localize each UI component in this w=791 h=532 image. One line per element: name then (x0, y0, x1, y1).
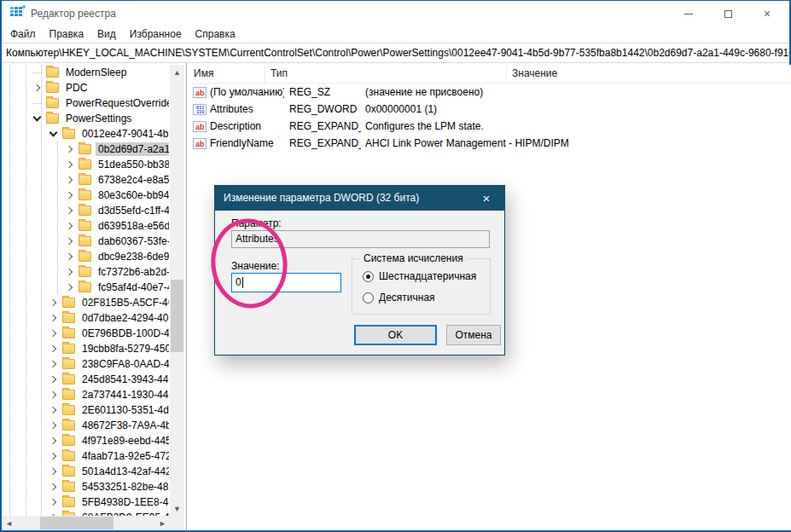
expander-icon[interactable] (65, 144, 75, 154)
column-header[interactable]: Тип (265, 65, 507, 83)
expander-icon[interactable] (32, 83, 43, 93)
scroll-down-icon[interactable]: ▼ (170, 501, 184, 516)
expander-icon[interactable] (49, 390, 59, 400)
tree-item[interactable]: 4f971e89-eebd-4455- (2, 433, 169, 448)
tree-item[interactable]: ModernSleep (2, 65, 169, 80)
expander-icon[interactable] (49, 374, 59, 385)
tree-item[interactable]: dab60367-53fe-4f (2, 234, 169, 249)
tree-item[interactable]: fc95af4d-40e7-4b (2, 280, 169, 295)
registry-value-row[interactable]: FriendlyName REG_EXPAND_SZ AHCI Link Pow… (189, 135, 791, 152)
menu-item[interactable]: Файл (3, 26, 43, 43)
tree-item[interactable]: PowerSettings (2, 111, 169, 126)
tree-item-label: 02F815B5-A5CF-4C8 (79, 296, 169, 309)
expander-icon[interactable] (49, 482, 59, 492)
expander-icon[interactable] (49, 344, 59, 354)
maximize-button[interactable] (708, 1, 747, 26)
expander-icon[interactable] (32, 67, 43, 78)
registry-tree-panel[interactable]: ModernSleep PDC PowerRequestOverride (2, 65, 169, 516)
radio-selected-icon[interactable] (363, 271, 374, 282)
tree-item[interactable]: 0d7dbae2-4294-402a (2, 310, 169, 326)
tree-item[interactable]: 5FB4938D-1EE8-4b0f- (2, 494, 169, 510)
expander-icon[interactable] (49, 451, 59, 461)
expander-icon[interactable] (49, 436, 59, 446)
registry-value-row[interactable]: (По умолчанию) REG_SZ (значение не присв… (189, 84, 791, 101)
address-bar[interactable]: Компьютер\HKEY_LOCAL_MACHINE\SYSTEM\Curr… (2, 43, 789, 63)
expander-icon[interactable] (49, 405, 59, 415)
tree-item[interactable]: 2E601130-5351-4d9d- (2, 402, 169, 418)
tree-item[interactable]: 245d8541-3943-4422- (2, 372, 169, 387)
radio-hexadecimal[interactable]: Шестнадцатеричная (363, 270, 476, 282)
radio-decimal[interactable]: Десятичная (363, 292, 435, 304)
column-header[interactable]: Значение (507, 65, 558, 83)
tree-item[interactable]: PowerRequestOverride (2, 95, 169, 111)
menu-item[interactable]: Справка (189, 26, 242, 43)
horizontal-scroll-thumb[interactable] (40, 517, 113, 529)
expander-icon[interactable] (49, 466, 59, 477)
tree-item[interactable]: 19cbb8fa-5279-450e- (2, 341, 169, 356)
tree-horizontal-scrollbar[interactable]: ◄ ► (2, 516, 170, 530)
tree-item[interactable]: 501a4d13-42af-4429- (2, 464, 169, 479)
expander-icon[interactable] (65, 282, 75, 292)
folder-icon (62, 466, 75, 477)
vertical-scroll-thumb[interactable] (171, 280, 183, 352)
tree-item[interactable]: 51dea550-bb38-4b (2, 157, 169, 172)
scroll-right-icon[interactable]: ► (155, 516, 170, 530)
expander-icon[interactable] (65, 175, 75, 185)
scroll-left-icon[interactable]: ◄ (2, 516, 16, 530)
expander-icon[interactable] (65, 236, 75, 246)
expander-icon[interactable] (49, 313, 59, 323)
tree-item[interactable]: 0012ee47-9041-4b5d- (2, 126, 169, 142)
expander-icon[interactable] (65, 159, 75, 170)
menu-item[interactable]: Вид (90, 26, 123, 43)
tree-item[interactable]: PDC (2, 80, 169, 95)
tree-item[interactable]: 02F815B5-A5CF-4C8 (2, 295, 169, 310)
expander-icon[interactable] (65, 267, 75, 277)
menu-item[interactable]: Правка (43, 26, 91, 43)
tree-item[interactable]: 6738e2c4-e8a5-4a (2, 172, 169, 188)
expander-icon[interactable] (65, 190, 75, 200)
expander-icon[interactable] (49, 420, 59, 431)
close-button[interactable]: × (747, 1, 787, 26)
value-input[interactable]: 0 (231, 273, 341, 292)
tree-item[interactable]: 48672F38-7A9A-4bb2 (2, 418, 169, 433)
tree-item[interactable]: 68AFB2D9-EE95-47A8 (2, 510, 169, 516)
tree-item-label: dab60367-53fe-4f (96, 234, 169, 248)
dialog-titlebar[interactable]: Изменение параметра DWORD (32 бита) × (215, 186, 504, 211)
cancel-button[interactable]: Отмена (446, 325, 501, 345)
tree-item[interactable]: d3d55efd-c1ff-424 (2, 203, 169, 218)
tree-item[interactable]: 54533251-82be-4824- (2, 479, 169, 494)
expander-icon[interactable] (65, 221, 75, 231)
scroll-up-icon[interactable]: ▲ (170, 65, 184, 79)
expander-icon[interactable] (32, 98, 43, 108)
expander-icon[interactable] (49, 129, 59, 139)
expander-icon[interactable] (65, 252, 75, 262)
tree-item[interactable]: 80e3c60e-bb94-4a (2, 188, 169, 203)
tree-item[interactable]: 238C9FA8-0AAD-41E (2, 356, 169, 372)
expander-icon[interactable] (49, 328, 59, 338)
expander-icon[interactable] (65, 205, 75, 216)
tree-item[interactable]: 0b2d69d7-a2a1-44 (2, 142, 169, 157)
tree-item[interactable]: 4faab71a-92e5-4726- (2, 448, 169, 464)
tree-item[interactable]: fc7372b6-ab2d-43 (2, 264, 169, 280)
ok-button[interactable]: OK (354, 325, 437, 345)
registry-value-row[interactable]: Attributes REG_DWORD 0x00000001 (1) (189, 101, 791, 118)
expander-icon[interactable] (49, 497, 59, 507)
tree-item-label: 4f971e89-eebd-4455- (79, 434, 169, 448)
radio-dec-label: Десятичная (379, 292, 435, 304)
menu-item[interactable]: Избранное (123, 26, 189, 43)
tree-item[interactable]: 0E796BDB-100D-47D (2, 326, 169, 341)
minimize-icon (684, 14, 693, 14)
column-header[interactable]: Имя (189, 65, 265, 83)
tree-item[interactable]: d639518a-e56d-43 (2, 218, 169, 234)
tree-item[interactable]: dbc9e238-6de9-49 (2, 249, 169, 264)
expander-icon[interactable] (49, 298, 59, 308)
panel-splitter[interactable] (186, 63, 187, 531)
expander-icon[interactable] (49, 359, 59, 369)
expander-icon[interactable] (32, 113, 43, 124)
radio-unselected-icon[interactable] (363, 292, 374, 304)
dialog-close-icon[interactable]: × (468, 186, 504, 211)
tree-item[interactable]: 2a737441-1930-4402- (2, 387, 169, 402)
registry-value-row[interactable]: Description REG_EXPAND_SZ Configures the… (189, 118, 791, 135)
minimize-button[interactable] (669, 1, 708, 26)
tree-vertical-scrollbar[interactable]: ▲ ▼ (170, 65, 184, 516)
